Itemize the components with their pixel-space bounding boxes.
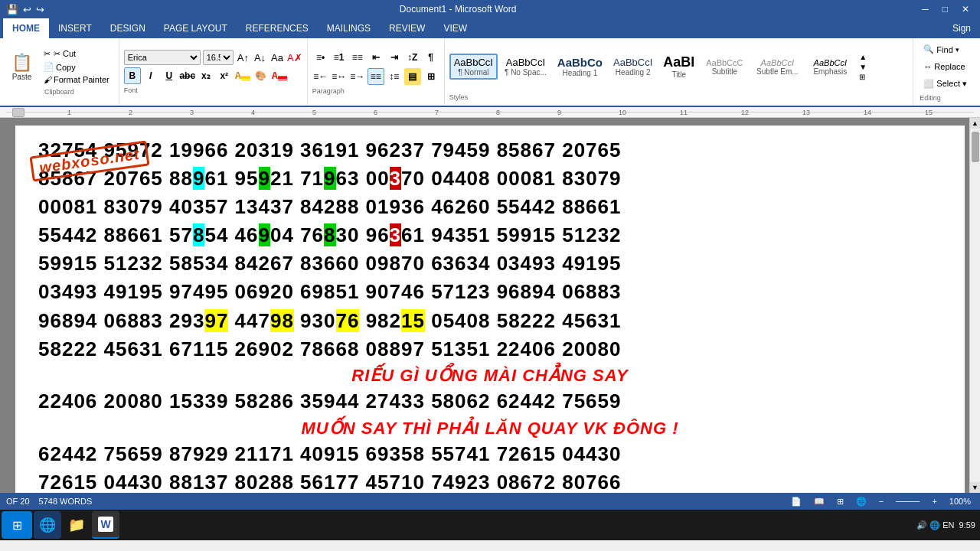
line-spacing-btn[interactable]: ↕≡ [386,68,403,85]
italic-btn[interactable]: I [142,67,159,84]
tab-page-layout[interactable]: PAGE LAYOUT [155,18,237,38]
tab-references[interactable]: REFERENCES [237,18,318,38]
style-subtle-em-btn[interactable]: AaBbCcI Subtle Em... [750,56,804,78]
bold-btn[interactable]: B [124,67,141,84]
paragraph-group: ≡• ≡1 ≡≡ ⇤ ⇥ ↕Z ¶ ≡← ≡↔ ≡→ ≡≡ ↕≡ ▤ ⊞ Par… [308,38,445,106]
editing-group: 🔍Find▾ ↔Replace ⬜Select ▾ Editing [913,38,977,106]
highlight-76: 76 [336,309,360,332]
sign-btn[interactable]: Sign [943,18,980,38]
tab-home[interactable]: HOME [3,18,49,38]
tab-mailings[interactable]: MAILINGS [318,18,380,38]
italic-red-line-1: RIẾU GÌ UỔNG MÀI CHẲNG SAY [38,364,942,387]
word-task-btn[interactable]: W [92,511,119,539]
style-h1-btn[interactable]: AaBbCo Heading 1 [554,54,606,80]
minimize-btn[interactable]: ─ [917,4,933,15]
align-center-btn[interactable]: ≡↔ [331,68,348,85]
style-emphasis-btn[interactable]: AaBbCcI Emphasis [807,56,853,78]
clear-format-btn[interactable]: A✗ [287,52,302,64]
decrease-font-btn[interactable]: A↓ [253,52,267,64]
align-left-btn[interactable]: ≡← [312,68,329,85]
view-web-btn[interactable]: 🌐 [853,497,870,507]
cut-button[interactable]: ✂✂ Cut [41,48,113,60]
file-explorer-btn[interactable]: 📁 [63,511,90,539]
styles-group: AaBbCcI ¶ Normal AaBbCcI ¶ No Spac... Aa… [445,38,914,106]
clock: 9:59 [959,520,975,530]
undo-icon[interactable]: ↩ [23,4,31,15]
font-color-btn[interactable]: A▬ [271,67,288,84]
tab-review[interactable]: REVIEW [380,18,434,38]
highlight-3-2: 3 [390,223,401,246]
show-marks-btn[interactable]: ¶ [423,49,439,66]
document-area: ▲ ▼ webxoso.net 32754 95972 19966 20319 … [0,118,980,493]
scroll-thumb[interactable] [972,132,979,162]
maximize-btn[interactable]: □ [938,4,952,15]
border-btn[interactable]: ⊞ [423,68,439,85]
underline-btn[interactable]: U [161,67,178,84]
superscript-btn[interactable]: x² [216,67,233,84]
highlight-9-3: 9 [324,167,335,190]
view-normal-btn[interactable]: 📄 [788,497,805,507]
font-size-select[interactable]: 16.5 [203,50,234,65]
redo-icon[interactable]: ↪ [36,4,44,15]
clipboard-group: 📋 Paste ✂✂ Cut 📄Copy 🖌Format Painter Cli… [3,38,119,106]
shading-para-btn[interactable]: ▤ [404,68,421,85]
bullets-btn[interactable]: ≡• [312,49,329,66]
zoom-slider[interactable]: ──── [893,497,923,506]
copy-button[interactable]: 📄Copy [41,61,113,73]
find-btn[interactable]: 🔍Find▾ [920,42,971,57]
increase-indent-btn[interactable]: ⇥ [386,49,403,66]
highlight-9-1: 9 [193,167,204,190]
zoom-in-btn[interactable]: + [929,497,939,506]
style-normal-btn[interactable]: AaBbCcI ¶ Normal [449,54,498,80]
ie-btn[interactable]: 🌐 [34,511,61,539]
decrease-indent-btn[interactable]: ⇤ [368,49,384,66]
style-title-btn[interactable]: AaBI Title [659,52,698,81]
doc-line-8: 58222 45631 67115 26902 78668 08897 5135… [38,336,942,363]
zoom-out-btn[interactable]: − [876,497,887,506]
numbering-btn[interactable]: ≡1 [331,49,348,66]
multilevel-btn[interactable]: ≡≡ [349,49,366,66]
view-reader-btn[interactable]: 📖 [811,497,828,507]
doc-line-1: 32754 95972 19966 20319 36191 96237 7945… [38,137,942,164]
highlight-97: 97 [204,309,228,332]
style-h2-btn[interactable]: AaBbCcI Heading 2 [609,54,656,79]
close-btn[interactable]: ✕ [957,4,974,15]
subscript-btn[interactable]: x₂ [198,67,214,84]
style-nospace-btn[interactable]: AaBbCcI ¶ No Spac... [501,54,550,79]
doc-line-12: 62442 75659 87929 21171 40915 69358 5574… [38,441,942,468]
font-name-select[interactable]: Erica [124,50,201,65]
ruler: 1 2 3 4 5 6 7 8 9 10 11 12 13 14 15 [0,107,980,118]
shading-btn[interactable]: 🎨 [253,67,270,84]
select-btn[interactable]: ⬜Select ▾ [920,77,971,91]
editing-label: Editing [920,94,971,102]
highlight-8-2: 8 [324,223,335,246]
highlight-9-4: 9 [259,223,270,246]
style-subtitle-btn[interactable]: AaBbCcC Subtitle [701,56,747,78]
zoom-level: 100% [946,497,974,506]
strikethrough-btn[interactable]: abc [179,67,196,84]
save-icon[interactable]: 💾 [6,4,18,15]
scroll-up-btn[interactable]: ▲ [970,118,981,129]
start-btn[interactable]: ⊞ [2,511,32,539]
text-highlight-btn[interactable]: A▬ [234,67,251,84]
tab-view[interactable]: VIEW [434,18,476,38]
change-case-btn[interactable]: Aa [270,52,285,64]
scroll-down-btn[interactable]: ▼ [970,482,981,493]
format-painter-button[interactable]: 🖌Format Painter [41,74,113,85]
increase-font-btn[interactable]: A↑ [236,52,250,64]
paste-button[interactable]: 📋 Paste [6,51,38,83]
italic-red-line-2: MUỐN SAY THÌ PHẢI LĂN QUAY VK ĐÔNG ! [38,417,942,440]
justify-btn[interactable]: ≡≡ [368,68,384,85]
tab-design[interactable]: DESIGN [101,18,155,38]
replace-btn[interactable]: ↔Replace [920,60,971,73]
font-label: Font [124,86,302,94]
system-tray: 🔊 🌐 EN [916,520,954,530]
styles-scroll-up[interactable]: ▲ ▼ ⊞ [859,53,867,81]
tab-insert[interactable]: INSERT [49,18,101,38]
align-right-btn[interactable]: ≡→ [349,68,366,85]
highlight-9-2: 9 [259,167,270,190]
sort-btn[interactable]: ↕Z [404,49,421,66]
highlight-3-1: 3 [390,167,401,190]
doc-line-10: 22406 20080 15339 58286 35944 27433 5806… [38,388,942,415]
view-layout-btn[interactable]: ⊞ [834,497,847,507]
